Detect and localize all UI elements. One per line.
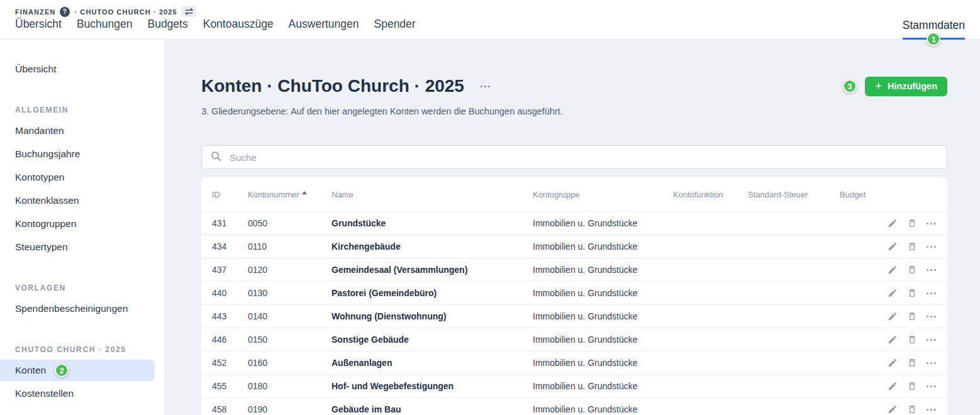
sidebar: Übersicht ALLGEMEIN Mandanten Buchungsja… — [0, 40, 165, 415]
sidebar-section-chutoo-church-2025: CHUTOO CHURCH · 2025 — [0, 345, 165, 354]
cell-kontogruppe: Immobilien u. Grundstücke — [533, 241, 673, 252]
switch-context-icon[interactable] — [182, 6, 196, 17]
breadcrumb-context: · CHUTOO CHURCH · 2025 — [74, 8, 177, 16]
add-button[interactable]: + Hinzufügen — [865, 77, 947, 96]
cell-id: 458 — [212, 404, 248, 414]
edit-icon[interactable] — [886, 263, 899, 276]
top-bar: FINANZEN ? · CHUTOO CHURCH · 2025 Übersi… — [0, 0, 980, 40]
column-header-name[interactable]: Name — [331, 190, 533, 199]
cell-id: 440 — [212, 288, 248, 298]
tab-stammdaten-label: Stammdaten — [903, 19, 965, 32]
column-header-kontogruppe[interactable]: Kontogruppe — [533, 190, 673, 199]
delete-icon[interactable] — [906, 333, 918, 346]
column-header-kontonummer[interactable]: Kontonummer — [248, 190, 331, 199]
sidebar-nav: Übersicht ALLGEMEIN Mandanten Buchungsja… — [0, 58, 165, 404]
column-header-id[interactable]: ID — [212, 190, 248, 199]
column-header-standard-steuer[interactable]: Standard-Steuer — [748, 190, 840, 199]
row-more-icon[interactable] — [925, 221, 937, 226]
top-nav-item-buchungen[interactable]: Buchungen — [77, 18, 133, 31]
search-input[interactable] — [228, 152, 938, 163]
delete-icon[interactable] — [906, 403, 918, 415]
top-nav-item-budgets[interactable]: Budgets — [147, 18, 187, 31]
row-more-icon[interactable] — [925, 245, 937, 249]
sidebar-item-kontogruppen[interactable]: Kontogruppen — [0, 213, 155, 235]
cell-id: 452 — [212, 358, 248, 368]
edit-icon[interactable] — [886, 287, 899, 299]
table-row[interactable]: 434 0110 Kirchengebäude Immobilien u. Gr… — [201, 235, 947, 258]
step-badge-2: 2 — [55, 363, 69, 377]
main-content: Konten · ChuToo Church · 2025 3 + Hinzuf… — [165, 40, 980, 415]
sidebar-item-buchungsjahre[interactable]: Buchungsjahre — [0, 143, 155, 165]
sidebar-item-label: Steuertypen — [15, 241, 68, 253]
table-row[interactable]: 458 0190 Gebäude im Bau Immobilien u. Gr… — [201, 397, 947, 415]
edit-icon[interactable] — [886, 240, 899, 253]
cell-name: Gebäude im Bau — [331, 404, 533, 414]
sidebar-item-steuertypen[interactable]: Steuertypen — [0, 236, 155, 258]
column-header-kontofunktion[interactable]: Kontofunktion — [673, 190, 748, 199]
cell-kontonummer: 0110 — [248, 241, 331, 252]
add-button-label: Hinzufügen — [888, 81, 937, 91]
delete-icon[interactable] — [906, 217, 918, 230]
cell-kontonummer: 0140 — [248, 311, 331, 321]
cell-name: Kirchengebäude — [331, 241, 533, 252]
top-nav: ÜbersichtBuchungenBudgetsKontoauszügeAus… — [15, 18, 416, 31]
plus-icon: + — [875, 80, 882, 92]
top-nav-item-spender[interactable]: Spender — [374, 18, 416, 31]
sidebar-item-label: Kontenklassen — [15, 195, 79, 206]
top-nav-item-übersicht[interactable]: Übersicht — [15, 18, 62, 31]
sidebar-item-label: Übersicht — [15, 64, 56, 75]
column-header-budget[interactable]: Budget — [840, 190, 889, 199]
sidebar-item-konten[interactable]: Konten 2 — [0, 360, 155, 381]
row-more-icon[interactable] — [925, 361, 937, 365]
edit-icon[interactable] — [886, 333, 899, 346]
cell-id: 455 — [212, 381, 248, 391]
cell-kontogruppe: Immobilien u. Grundstücke — [533, 381, 673, 391]
row-more-icon[interactable] — [925, 314, 937, 319]
table-row[interactable]: 431 0050 Grundstücke Immobilien u. Grund… — [201, 211, 947, 235]
sidebar-item-spendenbescheinigungen[interactable]: Spendenbescheinigungen — [0, 298, 155, 319]
search-box — [201, 145, 947, 169]
row-more-icon[interactable] — [925, 268, 937, 272]
edit-icon[interactable] — [886, 403, 899, 415]
sidebar-item-kontotypen[interactable]: Kontotypen — [0, 167, 155, 188]
cell-id: 446 — [212, 335, 248, 345]
table-body: 431 0050 Grundstücke Immobilien u. Grund… — [201, 211, 947, 415]
tab-stammdaten[interactable]: Stammdaten 1 — [903, 0, 965, 40]
sidebar-item-übersicht[interactable]: Übersicht — [0, 58, 155, 80]
sort-asc-icon — [302, 191, 307, 194]
table-row[interactable]: 446 0150 Sonstige Gebäude Immobilien u. … — [201, 328, 947, 351]
help-icon[interactable]: ? — [60, 7, 70, 17]
delete-icon[interactable] — [906, 263, 918, 276]
cell-kontonummer: 0180 — [248, 381, 331, 391]
cell-kontogruppe: Immobilien u. Grundstücke — [533, 218, 673, 228]
table-row[interactable]: 440 0130 Pastorei (Gemeindebüro) Immobil… — [201, 281, 947, 304]
sidebar-item-kostenstellen[interactable]: Kostenstellen — [0, 383, 155, 404]
row-more-icon[interactable] — [925, 291, 937, 296]
table-row[interactable]: 437 0120 Gemeindesaal (Versammlungen) Im… — [201, 258, 947, 281]
table-row[interactable]: 443 0140 Wohnung (Dienstwohnung) Immobil… — [201, 304, 947, 328]
table-row[interactable]: 452 0160 Außenanlagen Immobilien u. Grun… — [201, 351, 947, 374]
edit-icon[interactable] — [886, 217, 899, 230]
edit-icon[interactable] — [886, 380, 899, 392]
sidebar-item-mandanten[interactable]: Mandanten — [0, 120, 155, 141]
cell-kontonummer: 0150 — [248, 335, 331, 345]
table-row[interactable]: 455 0180 Hof- und Wegebefestigungen Immo… — [201, 374, 947, 397]
cell-name: Pastorei (Gemeindebüro) — [331, 288, 533, 298]
top-nav-item-auswertungen[interactable]: Auswertungen — [289, 18, 359, 31]
delete-icon[interactable] — [906, 287, 918, 299]
delete-icon[interactable] — [906, 240, 918, 253]
title-more-icon[interactable] — [478, 83, 493, 90]
edit-icon[interactable] — [886, 310, 899, 323]
top-nav-item-kontoauszüge[interactable]: Kontoauszüge — [203, 18, 274, 31]
edit-icon[interactable] — [886, 357, 899, 369]
cell-id: 434 — [212, 241, 248, 252]
delete-icon[interactable] — [906, 310, 918, 323]
delete-icon[interactable] — [906, 357, 918, 369]
row-more-icon[interactable] — [925, 338, 937, 342]
sidebar-item-kontenklassen[interactable]: Kontenklassen — [0, 190, 155, 211]
row-more-icon[interactable] — [925, 407, 937, 412]
delete-icon[interactable] — [906, 380, 918, 392]
cell-kontonummer: 0120 — [248, 265, 331, 275]
table-header-row: IDKontonummerNameKontogruppeKontofunktio… — [201, 177, 947, 211]
row-more-icon[interactable] — [925, 384, 937, 389]
